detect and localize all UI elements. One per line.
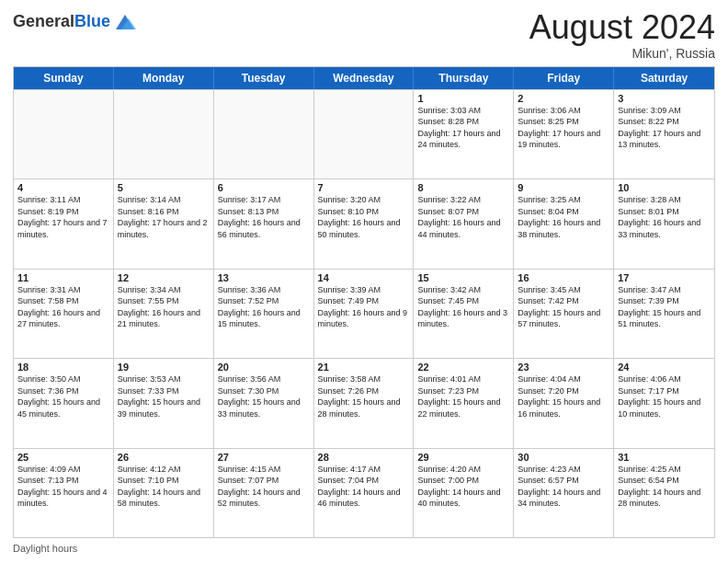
sun-info: Sunrise: 3:09 AMSunset: 8:22 PMDaylight:… — [618, 105, 711, 151]
day-number: 6 — [218, 182, 310, 193]
sun-info: Sunrise: 3:06 AMSunset: 8:25 PMDaylight:… — [518, 105, 609, 151]
calendar-cell: 24Sunrise: 4:06 AMSunset: 7:17 PMDayligh… — [614, 359, 714, 447]
day-number: 19 — [118, 362, 210, 373]
sun-info: Sunrise: 3:17 AMSunset: 8:13 PMDaylight:… — [218, 194, 310, 240]
sun-info: Sunrise: 3:56 AMSunset: 7:30 PMDaylight:… — [218, 373, 310, 419]
sun-info: Sunrise: 3:36 AMSunset: 7:52 PMDaylight:… — [218, 284, 310, 330]
calendar-week-2: 4Sunrise: 3:11 AMSunset: 8:19 PMDaylight… — [14, 178, 714, 268]
sun-info: Sunrise: 3:03 AMSunset: 8:28 PMDaylight:… — [417, 105, 509, 151]
sun-info: Sunrise: 4:09 AMSunset: 7:13 PMDaylight:… — [17, 464, 109, 510]
calendar-cell: 14Sunrise: 3:39 AMSunset: 7:49 PMDayligh… — [314, 270, 415, 358]
logo-general-text: General — [13, 12, 74, 30]
calendar-cell: 8Sunrise: 3:22 AMSunset: 8:07 PMDaylight… — [414, 179, 514, 268]
calendar-cell: 2Sunrise: 3:06 AMSunset: 8:25 PMDaylight… — [514, 90, 614, 178]
sun-info: Sunrise: 4:20 AMSunset: 7:00 PMDaylight:… — [417, 464, 509, 510]
calendar-cell: 7Sunrise: 3:20 AMSunset: 8:10 PMDaylight… — [314, 179, 415, 268]
sun-info: Sunrise: 3:47 AMSunset: 7:39 PMDaylight:… — [618, 284, 711, 330]
day-number: 5 — [118, 182, 210, 193]
day-header-wednesday: Wednesday — [314, 67, 415, 89]
day-number: 8 — [417, 182, 509, 193]
header: GeneralBlue August 2024 Mikun', Russia — [13, 9, 715, 61]
day-number: 15 — [417, 272, 509, 283]
day-number: 16 — [518, 272, 609, 283]
calendar-cell: 28Sunrise: 4:17 AMSunset: 7:04 PMDayligh… — [314, 449, 415, 537]
footer-note: Daylight hours — [13, 543, 715, 554]
calendar-cell: 26Sunrise: 4:12 AMSunset: 7:10 PMDayligh… — [114, 449, 214, 537]
day-number: 12 — [118, 272, 210, 283]
day-number: 7 — [318, 182, 410, 193]
page: GeneralBlue August 2024 Mikun', Russia S… — [0, 0, 728, 563]
sun-info: Sunrise: 4:06 AMSunset: 7:17 PMDaylight:… — [618, 373, 711, 419]
calendar-cell: 23Sunrise: 4:04 AMSunset: 7:20 PMDayligh… — [514, 359, 614, 447]
calendar-header-row: SundayMondayTuesdayWednesdayThursdayFrid… — [14, 67, 714, 89]
calendar-week-3: 11Sunrise: 3:31 AMSunset: 7:58 PMDayligh… — [14, 269, 714, 358]
sun-info: Sunrise: 4:15 AMSunset: 7:07 PMDaylight:… — [218, 464, 310, 510]
day-header-monday: Monday — [114, 67, 214, 89]
calendar-body: 1Sunrise: 3:03 AMSunset: 8:28 PMDaylight… — [14, 89, 714, 537]
calendar-cell — [14, 90, 114, 178]
day-number: 9 — [518, 182, 609, 193]
day-header-friday: Friday — [514, 67, 614, 89]
sun-info: Sunrise: 3:14 AMSunset: 8:16 PMDaylight:… — [118, 194, 210, 240]
sun-info: Sunrise: 3:34 AMSunset: 7:55 PMDaylight:… — [118, 284, 210, 330]
sun-info: Sunrise: 3:58 AMSunset: 7:26 PMDaylight:… — [318, 373, 410, 419]
day-number: 28 — [318, 452, 410, 463]
calendar-cell: 6Sunrise: 3:17 AMSunset: 8:13 PMDaylight… — [214, 179, 314, 268]
sun-info: Sunrise: 3:22 AMSunset: 8:07 PMDaylight:… — [417, 194, 509, 240]
sun-info: Sunrise: 3:53 AMSunset: 7:33 PMDaylight:… — [118, 373, 210, 419]
month-title: August 2024 — [529, 9, 715, 46]
calendar-week-1: 1Sunrise: 3:03 AMSunset: 8:28 PMDaylight… — [14, 89, 714, 178]
sun-info: Sunrise: 4:25 AMSunset: 6:54 PMDaylight:… — [618, 464, 711, 510]
calendar-cell: 19Sunrise: 3:53 AMSunset: 7:33 PMDayligh… — [114, 359, 214, 447]
sun-info: Sunrise: 3:39 AMSunset: 7:49 PMDaylight:… — [318, 284, 410, 330]
calendar-cell — [114, 90, 214, 178]
day-number: 31 — [618, 452, 711, 463]
calendar-cell: 3Sunrise: 3:09 AMSunset: 8:22 PMDaylight… — [614, 90, 714, 178]
calendar-week-5: 25Sunrise: 4:09 AMSunset: 7:13 PMDayligh… — [14, 448, 714, 537]
calendar-cell: 1Sunrise: 3:03 AMSunset: 8:28 PMDaylight… — [414, 90, 514, 178]
sun-info: Sunrise: 3:20 AMSunset: 8:10 PMDaylight:… — [318, 194, 410, 240]
calendar-cell: 4Sunrise: 3:11 AMSunset: 8:19 PMDaylight… — [14, 179, 114, 268]
day-number: 1 — [417, 93, 509, 104]
title-area: August 2024 Mikun', Russia — [529, 9, 715, 61]
sun-info: Sunrise: 4:12 AMSunset: 7:10 PMDaylight:… — [118, 464, 210, 510]
calendar-cell: 10Sunrise: 3:28 AMSunset: 8:01 PMDayligh… — [614, 179, 714, 268]
day-number: 3 — [618, 93, 711, 104]
logo-blue-text: Blue — [74, 12, 110, 30]
calendar-cell: 16Sunrise: 3:45 AMSunset: 7:42 PMDayligh… — [514, 270, 614, 358]
location: Mikun', Russia — [529, 46, 715, 61]
day-number: 11 — [17, 272, 109, 283]
day-number: 10 — [618, 182, 711, 193]
day-number: 2 — [518, 93, 609, 104]
calendar-cell: 20Sunrise: 3:56 AMSunset: 7:30 PMDayligh… — [214, 359, 314, 447]
calendar-cell: 21Sunrise: 3:58 AMSunset: 7:26 PMDayligh… — [314, 359, 415, 447]
sun-info: Sunrise: 3:42 AMSunset: 7:45 PMDaylight:… — [417, 284, 509, 330]
sun-info: Sunrise: 3:50 AMSunset: 7:36 PMDaylight:… — [17, 373, 109, 419]
calendar-cell: 18Sunrise: 3:50 AMSunset: 7:36 PMDayligh… — [14, 359, 114, 447]
calendar-cell: 31Sunrise: 4:25 AMSunset: 6:54 PMDayligh… — [614, 449, 714, 537]
sun-info: Sunrise: 3:25 AMSunset: 8:04 PMDaylight:… — [518, 194, 609, 240]
day-number: 23 — [518, 362, 609, 373]
sun-info: Sunrise: 3:11 AMSunset: 8:19 PMDaylight:… — [17, 194, 109, 240]
day-number: 13 — [218, 272, 310, 283]
day-number: 21 — [318, 362, 410, 373]
calendar: SundayMondayTuesdayWednesdayThursdayFrid… — [13, 66, 715, 538]
calendar-cell: 22Sunrise: 4:01 AMSunset: 7:23 PMDayligh… — [414, 359, 514, 447]
sun-info: Sunrise: 3:45 AMSunset: 7:42 PMDaylight:… — [518, 284, 609, 330]
day-number: 29 — [417, 452, 509, 463]
calendar-cell: 15Sunrise: 3:42 AMSunset: 7:45 PMDayligh… — [414, 270, 514, 358]
sun-info: Sunrise: 3:28 AMSunset: 8:01 PMDaylight:… — [618, 194, 711, 240]
sun-info: Sunrise: 4:17 AMSunset: 7:04 PMDaylight:… — [318, 464, 410, 510]
calendar-cell: 5Sunrise: 3:14 AMSunset: 8:16 PMDaylight… — [114, 179, 214, 268]
day-number: 17 — [618, 272, 711, 283]
sun-info: Sunrise: 3:31 AMSunset: 7:58 PMDaylight:… — [17, 284, 109, 330]
calendar-cell: 25Sunrise: 4:09 AMSunset: 7:13 PMDayligh… — [14, 449, 114, 537]
day-number: 24 — [618, 362, 711, 373]
logo-icon — [112, 9, 138, 35]
calendar-cell: 11Sunrise: 3:31 AMSunset: 7:58 PMDayligh… — [14, 270, 114, 358]
day-number: 20 — [218, 362, 310, 373]
day-number: 4 — [17, 182, 109, 193]
day-number: 26 — [118, 452, 210, 463]
day-header-tuesday: Tuesday — [214, 67, 314, 89]
day-header-sunday: Sunday — [14, 67, 114, 89]
